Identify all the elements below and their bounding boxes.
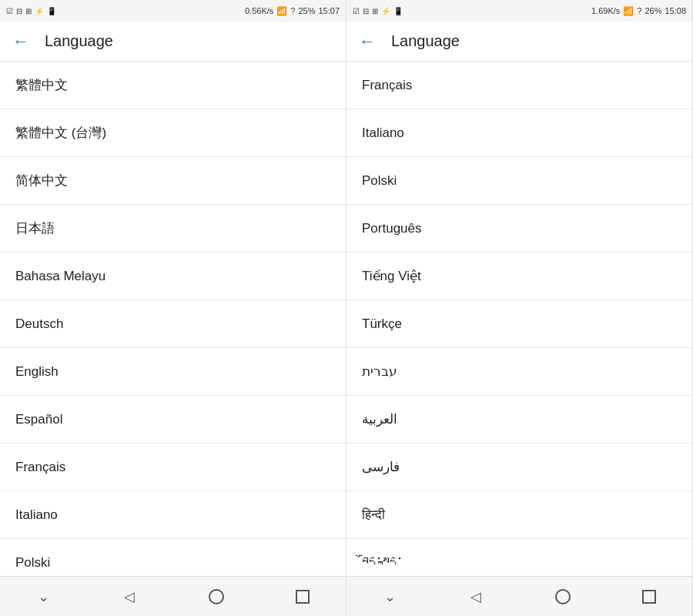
signal-icon-right: ? (637, 6, 641, 15)
back-nav-icon: ◁ (124, 588, 135, 605)
battery-left: 25% (298, 6, 315, 15)
left-panel: ☑ ⊟ ⊞ ⚡ 📱 0.56K/s 📶 ? 25% 15:07 ← Langua… (0, 0, 346, 616)
nav-chevron-left[interactable]: ⌄ (28, 581, 59, 612)
list-item[interactable]: Tiếng Việt (346, 253, 692, 300)
recents-icon-r (642, 590, 656, 604)
network-speed-left: 0.56K/s (245, 6, 273, 15)
list-item[interactable]: Français (0, 444, 346, 491)
icon-r3: ⊞ (372, 7, 378, 15)
status-icons-left: ☑ ⊟ ⊞ ⚡ 📱 (6, 7, 56, 15)
nav-back-right[interactable]: ◁ (460, 581, 491, 612)
list-item-english[interactable]: English (0, 348, 346, 396)
icon-phone: 📱 (47, 7, 56, 15)
list-item[interactable]: 简体中文 (0, 157, 346, 205)
list-item[interactable]: 日本語 (0, 205, 346, 253)
nav-recents-right[interactable] (634, 581, 665, 612)
app-bar-left: ← Language (0, 22, 346, 62)
nav-home-right[interactable] (547, 581, 578, 612)
app-bar-right: ← Language (346, 22, 692, 62)
home-icon-r (555, 589, 571, 604)
list-item[interactable]: Türkçe (346, 300, 692, 348)
home-icon (209, 589, 224, 604)
list-item[interactable]: Deutsch (0, 300, 346, 348)
list-item[interactable]: Français (346, 62, 692, 109)
list-item[interactable]: Italiano (0, 491, 346, 539)
signal-icon-left: ? (290, 6, 295, 15)
wifi-icon-right: 📶 (623, 6, 634, 16)
network-speed-right: 1.69K/s (591, 6, 620, 15)
list-item[interactable]: Polski (0, 539, 346, 576)
back-button-right[interactable]: ← (359, 32, 376, 52)
list-item[interactable]: Bahasa Melayu (0, 253, 346, 300)
language-list-right: Français Italiano Polski Português Tiếng… (346, 62, 692, 576)
nav-chevron-right[interactable]: ⌄ (374, 581, 405, 612)
chevron-down-icon: ⌄ (38, 588, 49, 605)
icon-1: ☑ (6, 7, 13, 15)
list-item[interactable]: 繁體中文 (0, 62, 346, 109)
list-item[interactable]: العربية (346, 396, 692, 444)
page-title-right: Language (391, 32, 460, 50)
time-right: 15:08 (665, 6, 686, 15)
right-panel: ☑ ⊟ ⊞ ⚡ 📱 1.69K/s 📶 ? 26% 15:08 ← Langua… (346, 0, 693, 616)
language-list-left: 繁體中文 繁體中文 (台灣) 简体中文 日本語 Bahasa Melayu De… (0, 62, 346, 576)
status-right-left: 0.56K/s 📶 ? 25% 15:07 (245, 6, 340, 16)
icon-rphone: 📱 (393, 7, 403, 15)
list-item[interactable]: Polski (346, 157, 692, 205)
list-item[interactable]: Italiano (346, 109, 692, 157)
list-item[interactable]: Português (346, 205, 692, 253)
back-button-left[interactable]: ← (12, 32, 29, 52)
status-bar-right: ☑ ⊟ ⊞ ⚡ 📱 1.69K/s 📶 ? 26% 15:08 (346, 0, 692, 22)
list-item[interactable]: עברית (346, 348, 692, 396)
nav-bar-left: ⌄ ◁ (0, 576, 346, 616)
list-item[interactable]: བོད་སྐད་ (346, 539, 692, 576)
list-item[interactable]: Español (0, 396, 346, 444)
icon-r1: ☑ (353, 7, 360, 15)
icon-rusb: ⚡ (381, 7, 390, 15)
battery-right: 26% (644, 6, 661, 15)
page-title-left: Language (45, 32, 113, 50)
list-item[interactable]: हिन्दी (346, 491, 692, 539)
icon-3: ⊞ (25, 7, 32, 15)
nav-recents-left[interactable] (287, 581, 318, 612)
nav-bar-right: ⌄ ◁ (346, 576, 692, 616)
back-nav-icon-r: ◁ (470, 588, 481, 605)
status-right-right: 1.69K/s 📶 ? 26% 15:08 (591, 6, 686, 16)
list-item[interactable]: فارسی (346, 444, 692, 491)
time-left: 15:07 (318, 6, 340, 15)
icon-r2: ⊟ (363, 7, 369, 15)
status-icons-right: ☑ ⊟ ⊞ ⚡ 📱 (353, 7, 403, 15)
chevron-down-icon-r: ⌄ (384, 588, 396, 605)
list-item[interactable]: 繁體中文 (台灣) (0, 109, 346, 157)
icon-usb: ⚡ (35, 7, 44, 15)
status-bar-left: ☑ ⊟ ⊞ ⚡ 📱 0.56K/s 📶 ? 25% 15:07 (0, 0, 346, 22)
nav-home-left[interactable] (201, 581, 232, 612)
recents-icon (296, 590, 310, 604)
nav-back-left[interactable]: ◁ (114, 581, 145, 612)
wifi-icon-left: 📶 (276, 6, 287, 16)
icon-2: ⊟ (16, 7, 22, 15)
